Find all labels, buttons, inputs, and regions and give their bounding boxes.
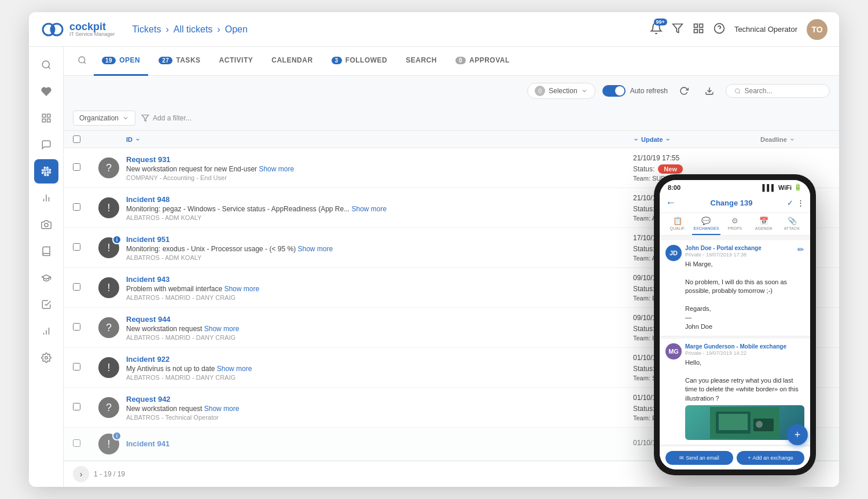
tab-activity[interactable]: ACTIVITY [211, 47, 262, 76]
notification-badge: 99+ [654, 19, 667, 25]
logo: cockpit IT Service Manager [41, 17, 115, 42]
row-checkbox[interactable] [73, 203, 98, 212]
phone-tab-attachments[interactable]: 📎 ATTACH. [778, 213, 807, 235]
show-more-link[interactable]: Show more [217, 365, 252, 373]
phone-tab-properties[interactable]: ⚙ PROPS [720, 213, 749, 235]
row-checkbox[interactable] [73, 439, 98, 449]
svg-point-26 [735, 89, 740, 93]
avatar: TO [807, 19, 827, 40]
sidebar-tickets[interactable] [34, 159, 58, 184]
expand-sidebar-button[interactable]: › [73, 466, 89, 482]
th-id[interactable]: ID [126, 136, 633, 143]
ticket-id[interactable]: Incident 922 [126, 355, 633, 364]
phone-tab-exchanges[interactable]: 💬 EXCHANGES [692, 213, 721, 235]
tab-calendar[interactable]: CALENDAR [263, 47, 321, 76]
ticket-desc: New workstation request Show more [126, 325, 633, 333]
row-checkbox[interactable] [73, 403, 98, 412]
grid-icon[interactable] [693, 23, 704, 36]
sidebar-dashboard[interactable] [34, 106, 58, 130]
ticket-id[interactable]: Incident 941 [126, 439, 633, 448]
status-label: Status: [633, 245, 654, 253]
row-checkbox[interactable] [73, 163, 98, 173]
svg-line-27 [739, 92, 740, 93]
selection-button[interactable]: 0 Selection [527, 83, 595, 99]
message-avatar: JD [665, 245, 682, 261]
show-more-link[interactable]: Show more [204, 325, 240, 333]
svg-point-9 [42, 61, 49, 68]
sidebar-search[interactable] [34, 53, 58, 77]
row-content: Incident 943 Problem with webmail interf… [126, 275, 633, 301]
row-icon-exclaim: ! [98, 197, 119, 218]
sidebar-chart[interactable] [34, 319, 58, 343]
tab-tasks[interactable]: 27 TASKS [150, 47, 208, 76]
phone-fab-button[interactable]: + [787, 424, 808, 445]
show-more-link[interactable]: Show more [224, 285, 259, 293]
message-edit-button[interactable]: ✏ [797, 245, 804, 254]
filter-icon [141, 114, 149, 122]
add-exchange-button[interactable]: + Add an exchange [737, 451, 804, 465]
search-input[interactable] [744, 87, 821, 95]
sidebar-reports[interactable] [34, 186, 58, 210]
message-content: John Doe - Portal exchange Private - 19/… [685, 245, 794, 331]
sidebar-book[interactable] [34, 239, 58, 263]
tab-followed[interactable]: 3 FOLLOWED [323, 47, 396, 76]
tab-approval[interactable]: 0 APPROVAL [447, 47, 518, 76]
row-checkbox[interactable] [73, 323, 98, 332]
download-button[interactable] [700, 82, 719, 100]
row-icon-exclaim: ! i [98, 434, 119, 454]
ticket-id[interactable]: Request 931 [126, 155, 633, 164]
help-icon[interactable] [713, 23, 725, 36]
ticket-id[interactable]: Incident 951 [126, 235, 633, 244]
svg-rect-6 [700, 30, 703, 33]
th-update[interactable]: Update [633, 136, 760, 143]
add-exchange-label: Add an exchange [753, 455, 793, 461]
phone-back-button[interactable]: ← [665, 197, 676, 209]
breadcrumb-all-tickets[interactable]: All tickets [174, 24, 213, 35]
tab-open[interactable]: 19 OPEN [94, 47, 148, 76]
info-badge: i [112, 235, 122, 244]
phone-tab-agenda[interactable]: 📅 AGENDA [749, 213, 778, 235]
sidebar-messages[interactable] [34, 133, 58, 157]
sidebar-graduation[interactable] [34, 266, 58, 290]
send-email-button[interactable]: ✉ Send an email [665, 451, 733, 465]
ticket-id[interactable]: Request 944 [126, 315, 633, 324]
sidebar-settings[interactable] [34, 346, 58, 370]
message-sender: John Doe - Portal exchange [685, 245, 794, 251]
logo-subtitle: IT Service Manager [69, 32, 115, 37]
phone-check-button[interactable]: ✓ [787, 199, 793, 207]
breadcrumb-open[interactable]: Open [225, 24, 248, 35]
row-checkbox[interactable] [73, 283, 98, 292]
tab-search-icon[interactable] [73, 51, 91, 72]
phone-tab-qualification[interactable]: 📋 QUALIF. [663, 213, 692, 235]
ticket-id[interactable]: Incident 948 [126, 195, 633, 204]
add-filter-button[interactable]: Add a filter... [141, 114, 192, 122]
show-more-link[interactable]: Show more [297, 245, 333, 253]
organization-select[interactable]: Organization [73, 111, 135, 126]
sidebar-check[interactable] [34, 292, 58, 317]
row-content: Request 942 New workstation request Show… [126, 395, 633, 421]
th-deadline[interactable]: Deadline [760, 136, 830, 143]
sidebar-camera[interactable] [34, 212, 58, 237]
show-more-link[interactable]: Show more [259, 165, 294, 173]
svg-point-22 [45, 357, 47, 359]
row-checkbox[interactable] [73, 363, 98, 372]
filter-icon[interactable] [672, 23, 683, 36]
status-label: Status: [633, 325, 654, 333]
ticket-id[interactable]: Request 942 [126, 395, 633, 403]
row-checkbox[interactable] [73, 243, 98, 252]
refresh-button[interactable] [675, 82, 693, 100]
show-more-link[interactable]: Show more [204, 405, 240, 413]
ticket-id[interactable]: Incident 943 [126, 275, 633, 284]
sidebar-favorites[interactable] [34, 79, 58, 104]
breadcrumb-tickets[interactable]: Tickets [132, 24, 161, 35]
ticket-org: ALBATROS - MADRID - DANY CRAIG [126, 374, 633, 381]
phone-more-button[interactable]: ⋮ [797, 199, 804, 207]
show-more-link[interactable]: Show more [352, 205, 387, 213]
select-all-checkbox[interactable] [73, 135, 80, 143]
message-text: Hi Marge, No problem, I will do this as … [685, 260, 794, 331]
search-box[interactable] [726, 84, 830, 98]
th-checkbox[interactable] [73, 135, 98, 143]
tab-search[interactable]: SEARCH [398, 47, 445, 76]
notification-button[interactable]: 99+ [650, 22, 663, 36]
auto-refresh-toggle[interactable] [602, 85, 626, 97]
